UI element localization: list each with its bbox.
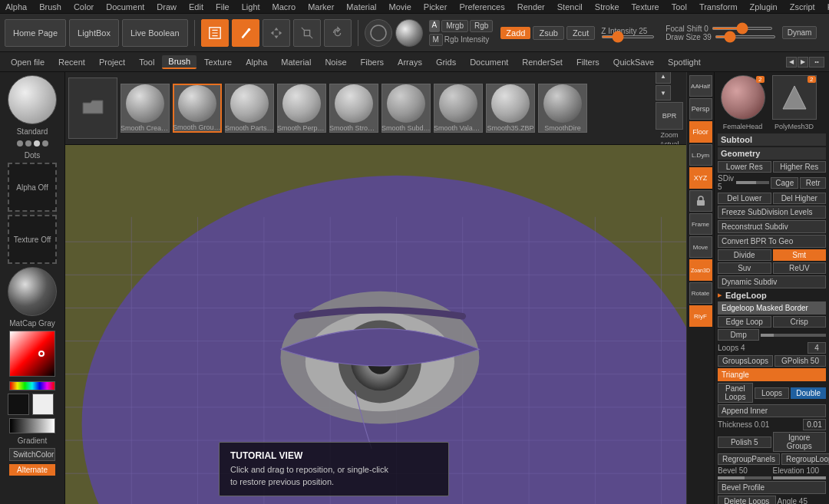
brush-thumb-6[interactable]: Smooth Valance.z: [434, 84, 483, 133]
persp-button[interactable]: Persp: [689, 98, 712, 120]
ignore-groups-button[interactable]: Ignore Groups: [773, 432, 827, 452]
brush-thumb-4[interactable]: Smooth Stronger: [329, 84, 378, 133]
menu-edit[interactable]: Edit: [187, 2, 206, 12]
home-page-button[interactable]: Home Page: [5, 19, 66, 47]
tab-quicksave[interactable]: QuickSave: [607, 56, 660, 68]
lightbox-button[interactable]: LightBox: [69, 19, 119, 47]
ldym-button[interactable]: L.Dym: [689, 144, 712, 166]
tab-tool[interactable]: Tool: [133, 56, 160, 68]
hue-stripe[interactable]: [9, 381, 55, 390]
del-higher-button[interactable]: Del Higher: [773, 193, 827, 204]
triangle-button[interactable]: Triangle: [718, 368, 826, 381]
live-boolean-button[interactable]: Live Boolean: [122, 19, 188, 47]
alpha-off-box[interactable]: Alpha Off: [8, 163, 57, 212]
loops-panel-button[interactable]: Loops: [755, 387, 790, 399]
suv-button[interactable]: Suv: [718, 262, 771, 274]
foreground-swatch[interactable]: [8, 394, 29, 415]
tab-arrays[interactable]: Arrays: [391, 56, 428, 68]
tab-filters[interactable]: Filters: [570, 56, 606, 68]
alternate-button[interactable]: Alternate: [9, 464, 55, 476]
menu-material[interactable]: Material: [344, 2, 378, 12]
tab-open-file[interactable]: Open file: [5, 56, 51, 68]
lower-res-button[interactable]: Lower Res: [718, 161, 771, 173]
append-inner-button[interactable]: Append Inner: [718, 404, 826, 417]
material-ball[interactable]: [395, 19, 423, 47]
tab-fibers[interactable]: Fibers: [355, 56, 391, 68]
menu-file[interactable]: File: [213, 2, 232, 12]
crisp-button[interactable]: Crisp: [773, 316, 827, 328]
brush-prev-button[interactable]: ◀: [786, 57, 797, 68]
tab-renderset[interactable]: RenderSet: [516, 56, 569, 68]
scroll-down-button[interactable]: ▼: [656, 85, 671, 100]
menu-marker[interactable]: Marker: [306, 2, 336, 12]
polymesh-thumb[interactable]: 2 PolyMesh3D: [769, 75, 819, 130]
tab-recent[interactable]: Recent: [52, 56, 91, 68]
bevel-slider[interactable]: [718, 476, 771, 479]
menu-brush[interactable]: Brush: [37, 2, 64, 12]
convert-bpr-button[interactable]: Convert BPR To Geo: [718, 235, 826, 248]
groups-loops-button[interactable]: GroupsLoops: [718, 355, 773, 367]
standard-brush-swatch[interactable]: [8, 75, 57, 124]
switch-color-button[interactable]: SwitchColor: [9, 448, 55, 461]
menu-transform[interactable]: Transform: [697, 2, 740, 12]
brush-folder[interactable]: [68, 77, 117, 139]
matcap-swatch[interactable]: [8, 267, 57, 316]
edit-button[interactable]: [201, 19, 229, 47]
move-button[interactable]: [263, 19, 290, 47]
higher-res-button[interactable]: Higher Res: [773, 161, 827, 173]
elevation-slider[interactable]: [773, 476, 827, 479]
lock-button[interactable]: [689, 190, 712, 212]
zcut-button[interactable]: Zcut: [566, 26, 595, 40]
brush-thumb-2[interactable]: Smooth Parts.ZBI: [225, 84, 274, 133]
scale-button[interactable]: [293, 19, 321, 47]
female-head-thumb[interactable]: 2 FemaleHead: [718, 75, 768, 130]
reuv-button[interactable]: ReUV: [773, 262, 827, 274]
menu-draw[interactable]: Draw: [154, 2, 179, 12]
floor-button[interactable]: Floor: [689, 121, 712, 143]
scroll-up-button[interactable]: ▲: [656, 72, 671, 84]
tab-noise[interactable]: Noise: [319, 56, 352, 68]
menu-preferences[interactable]: Preferences: [457, 2, 507, 12]
gpolish-button[interactable]: GPolish 50: [775, 355, 826, 367]
menu-tool[interactable]: Tool: [669, 2, 689, 12]
tab-alpha[interactable]: Alpha: [239, 56, 273, 68]
divide-button[interactable]: Divide: [718, 249, 771, 261]
tab-grids[interactable]: Grids: [430, 56, 462, 68]
freeze-subdiv-button[interactable]: Freeze SubDivision Levels: [718, 206, 826, 219]
menu-stroke[interactable]: Stroke: [593, 2, 622, 12]
menu-render[interactable]: Render: [515, 2, 547, 12]
tab-material[interactable]: Material: [275, 56, 317, 68]
zoan3d-button[interactable]: Zoan3D: [689, 259, 712, 281]
gradient-bar[interactable]: [9, 418, 55, 433]
menu-stencil[interactable]: Stencil: [555, 2, 585, 12]
bevel-profile-button[interactable]: Bevel Profile: [718, 481, 826, 494]
menu-zscript[interactable]: Zscript: [788, 2, 817, 12]
reconstruct-subdiv-button[interactable]: Reconstruct Subdiv: [718, 220, 826, 233]
edgeloop-masked-button[interactable]: Edgeloop Masked Border: [718, 301, 826, 315]
aaHalf-button[interactable]: AAHalf: [689, 75, 712, 97]
brush-thumb-1[interactable]: Smooth Groups.Z: [173, 84, 222, 133]
texture-off-box[interactable]: Texture Off: [8, 215, 57, 264]
a-button[interactable]: A: [429, 20, 441, 32]
menu-zplugin[interactable]: Zplugin: [748, 2, 780, 12]
rotate-icon-button[interactable]: Rotate: [689, 282, 712, 304]
brush-thumb-3[interactable]: Smooth Perpendi: [277, 84, 326, 133]
regroup-loops-button[interactable]: RegroupLoops: [781, 453, 829, 465]
dmp-slider[interactable]: [761, 334, 826, 337]
background-swatch[interactable]: [32, 394, 54, 415]
zadd-button[interactable]: Zadd: [500, 27, 530, 39]
z-intensity-slider[interactable]: [601, 35, 655, 38]
sdiv-slider[interactable]: [736, 181, 770, 184]
smt-button[interactable]: Smt: [773, 249, 827, 261]
menu-help[interactable]: Help: [825, 2, 829, 12]
frame-button[interactable]: Frame: [689, 213, 712, 235]
polish-button[interactable]: Polish 5: [718, 436, 771, 448]
m-button[interactable]: M: [429, 34, 443, 46]
brush-thumb-5[interactable]: Smooth Subdiv.ZI: [381, 84, 431, 133]
dynamic-subdiv-button[interactable]: Dynamic Subdiv: [718, 275, 826, 288]
mrgb-button[interactable]: Mrgb: [441, 20, 468, 32]
cage-button[interactable]: Cage: [771, 177, 798, 189]
brush-thumb-7[interactable]: Smooth35.ZBP: [486, 84, 535, 133]
rgb-button[interactable]: Rgb: [470, 20, 493, 32]
dmp-button[interactable]: Dmp: [718, 329, 759, 341]
